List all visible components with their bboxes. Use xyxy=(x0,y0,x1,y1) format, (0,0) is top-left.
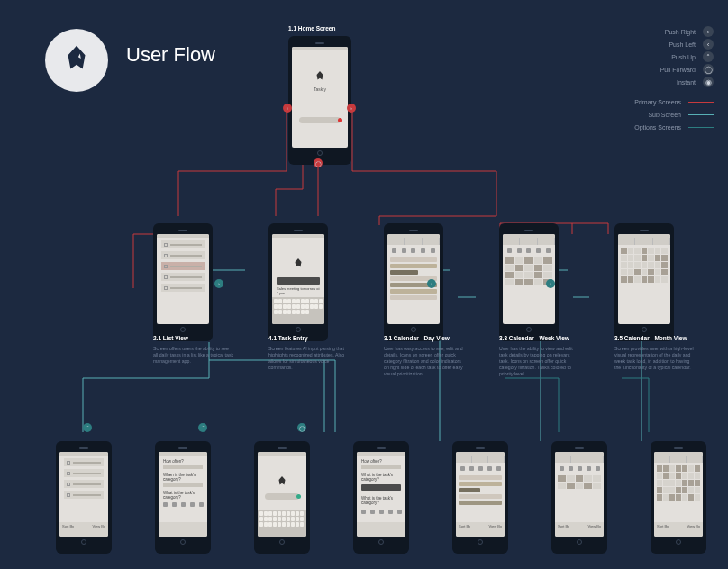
node-pull-forward: ◯ xyxy=(314,158,323,167)
entry-question: How often? xyxy=(357,456,405,465)
node-sub-2: › xyxy=(427,279,436,288)
node-sub: › xyxy=(214,279,223,288)
screen-desc: User has easy access to see, edit and de… xyxy=(384,346,465,377)
screen-title: Task Entry xyxy=(278,335,308,341)
legend-label: Pull Forward xyxy=(660,67,696,73)
screen-title: Calendar - Week View xyxy=(509,335,569,341)
node-up-1: ˄ xyxy=(83,423,92,432)
screen-id: 3.1 xyxy=(384,335,392,341)
app-logo-icon xyxy=(276,475,288,488)
screen-cal-month xyxy=(614,223,674,341)
node-sub-3: › xyxy=(546,279,555,288)
brand-logo xyxy=(45,29,108,92)
legend: Push Right› Push Left‹ Push Up˄ Pull For… xyxy=(634,25,714,133)
entry-question: What is the task's category? xyxy=(357,492,405,506)
screen-entry-kb xyxy=(254,441,310,554)
screen-list-sort: Sort ByView By xyxy=(56,441,112,554)
sub-line-icon xyxy=(688,114,714,115)
instant-icon: ◉ xyxy=(703,77,714,87)
screen-id: 2.1 xyxy=(153,335,161,341)
screen-list-view xyxy=(153,223,213,341)
entry-question: When is the task's category? xyxy=(159,469,207,483)
screen-cal-month-opt: Sort ByView By xyxy=(651,441,706,554)
page-title: User Flow xyxy=(126,43,215,67)
node-push-left: ‹ xyxy=(283,104,292,113)
screen-title: Calendar - Month View xyxy=(624,335,687,341)
legend-label: Push Right xyxy=(665,29,696,35)
screen-title: Home Screen xyxy=(298,25,336,32)
screen-desc: User has the ability to view and edit ta… xyxy=(499,346,580,377)
primary-line-icon xyxy=(688,102,714,103)
screen-title: Calendar - Day View xyxy=(394,335,450,341)
legend-label: Sub Screen xyxy=(648,112,681,118)
app-logo-icon xyxy=(314,70,326,83)
screen-entry-q2: How often? What is the task's category? … xyxy=(353,441,409,554)
node-up-2: ˄ xyxy=(198,423,207,432)
screen-id: 1.1 xyxy=(288,25,296,32)
screen-id: 3.5 xyxy=(614,335,623,341)
screen-entry-q1: How often? When is the task's category? … xyxy=(155,441,211,554)
node-push-right: › xyxy=(347,104,356,113)
legend-label: Options Screens xyxy=(634,124,681,131)
screen-home: Taskly xyxy=(288,36,351,165)
keyboard xyxy=(258,510,306,537)
screen-desc: Screen offers users the ability to see a… xyxy=(153,346,234,365)
entry-question: How often? xyxy=(159,456,207,465)
legend-label: Push Up xyxy=(671,54,696,60)
node-up-3: ◯ xyxy=(297,423,306,432)
push-left-icon: ‹ xyxy=(703,39,714,50)
screen-id: 3.3 xyxy=(499,335,507,341)
keyboard xyxy=(272,297,324,324)
screen-title: List View xyxy=(163,335,188,341)
entry-question: What is the task's category? xyxy=(357,469,405,483)
entry-sample: Sales meeting tomorrow at 2 pm xyxy=(272,284,324,297)
push-up-icon: ˄ xyxy=(703,51,714,62)
options-line-icon xyxy=(688,127,714,128)
app-logo-icon xyxy=(292,257,305,270)
legend-label: Instant xyxy=(677,79,696,86)
brand-mini: Taskly xyxy=(292,86,348,92)
entry-question: What is the task's category? xyxy=(159,487,207,501)
legend-label: Primary Screens xyxy=(634,99,681,105)
screen-desc: Screen provides user with a high-level v… xyxy=(614,346,696,371)
legend-label: Push Left xyxy=(669,41,696,48)
push-right-icon: › xyxy=(703,26,714,37)
screen-id: 4.1 xyxy=(268,335,277,341)
pull-forward-icon: ◯ xyxy=(703,64,714,75)
footer-sort: Sort ByView By xyxy=(59,522,108,537)
screen-task-entry: Sales meeting tomorrow at 2 pm xyxy=(268,223,328,341)
screen-cal-week-opt: Sort ByView By xyxy=(551,441,607,554)
screen-cal-day-opt: Sort ByView By xyxy=(452,441,508,554)
screen-desc: Screen features AI input parsing that hi… xyxy=(268,346,350,371)
